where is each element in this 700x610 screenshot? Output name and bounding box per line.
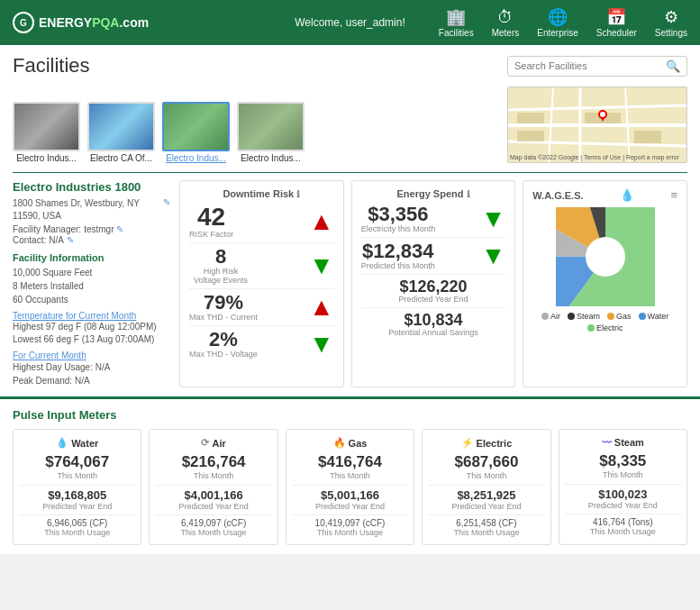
electricity-arrow: ▼ [481, 206, 506, 232]
temp-link[interactable]: Temperature for Current Month [13, 311, 170, 321]
facility-thumb-2[interactable]: Electro CA Of... [87, 102, 155, 163]
wages-card-header: W.A.G.E.S. 💧 ≡ [532, 188, 677, 202]
steam-month-value: $8,335 [565, 452, 681, 470]
svg-rect-7 [517, 113, 544, 123]
downtime-info-icon[interactable]: ℹ [296, 189, 300, 199]
logo-text: ENERGYPQA.com [39, 15, 149, 30]
air-usage-label: This Month Usage [155, 528, 271, 537]
downtime-card: Downtime Risk ℹ 42 RISK Factor ▲ 8 High … [179, 180, 344, 387]
steam-usage-value: 416,764 (Tons) [565, 517, 681, 527]
savings-label: Potential Annual Savings [361, 328, 506, 337]
pulse-air-title: ⟳ Air [155, 437, 271, 449]
thumb-label-4: Electro Indus... [241, 153, 301, 163]
thumb-label-1: Electro Indus... [16, 153, 77, 163]
pulse-water-title: 💧 Water [19, 437, 135, 449]
facility-info-section: Electro Industries 1800 1800 Shames Dr, … [13, 180, 687, 387]
savings-value: $10,834 [361, 312, 506, 328]
facility-contact-row: Contact: N/A ✎ [13, 235, 170, 245]
predicted-month-arrow: ▼ [481, 243, 506, 269]
electric-usage-label: This Month Usage [428, 528, 544, 537]
peak-demand-row: Peak Demand: N/A [13, 374, 170, 387]
gas-year-label: Predicted Year End [292, 502, 408, 511]
legend-electric: Electric [587, 323, 623, 332]
air-year-value: $4,001,166 [155, 488, 271, 502]
pulse-grid: 💧 Water $764,067 This Month $9,168,805 P… [13, 429, 687, 545]
nav-meters[interactable]: ⏱ Meters [492, 8, 520, 38]
pulse-electric-title: ⚡ Electric [428, 437, 544, 449]
predicted-year-label: Predicted Year End [361, 295, 506, 304]
risk-factor-label: RISK Factor [189, 230, 233, 239]
electric-icon: ⚡ [461, 437, 474, 449]
air-month-value: $216,764 [155, 453, 271, 471]
map-svg [508, 87, 687, 163]
risk-factor-arrow: ▲ [309, 209, 334, 234]
edit-contact-icon[interactable]: ✎ [67, 235, 74, 245]
electric-month-label: This Month [428, 471, 544, 480]
electric-month-value: $687,660 [428, 453, 544, 471]
facility-thumb-1[interactable]: Electro Indus... [13, 102, 80, 163]
max-thd-voltage-arrow: ▼ [309, 332, 334, 357]
edit-manager-icon[interactable]: ✎ [116, 224, 123, 234]
energy-card-title: Energy Spend ℹ [361, 188, 506, 199]
svg-point-13 [600, 112, 605, 117]
main-content: Facilities 🔍 Electro Indus... Electro CA… [0, 45, 700, 396]
facility-address-row: 1800 Shames Dr, Westbury, NY 11590, USA … [13, 197, 170, 223]
nav-settings[interactable]: ⚙ Settings [655, 7, 687, 38]
facility-thumb-4[interactable]: Electro Indus... [237, 102, 305, 163]
energy-spend-card: Energy Spend ℹ $3,356 Electricity this M… [351, 180, 516, 387]
wages-water-icon: 💧 [620, 188, 634, 202]
water-usage-label: This Month Usage [19, 528, 135, 537]
thumb-label-3: Electro Indus... [166, 153, 226, 163]
current-month-link[interactable]: For Current Month [13, 351, 170, 360]
nav-scheduler[interactable]: 📅 Scheduler [596, 7, 637, 38]
map-thumbnail[interactable]: Map data ©2022 Google | Terms of Use | R… [507, 86, 687, 163]
logo[interactable]: G ENERGYPQA.com [13, 12, 149, 33]
high-risk-label: High Risk Voltage Events [189, 267, 252, 285]
facility-occupants: 60 Occupants [13, 293, 170, 306]
contact-value: N/A [49, 235, 64, 245]
downtime-card-title: Downtime Risk ℹ [189, 188, 334, 199]
facility-thumbnails: Electro Indus... Electro CA Of... Electr… [13, 86, 305, 163]
page-header: Facilities 🔍 [13, 54, 687, 77]
air-year-label: Predicted Year End [155, 502, 271, 511]
search-input[interactable] [514, 60, 666, 71]
max-thd-label: Max THD - Current [189, 313, 258, 322]
facility-manager-row: Facility Manager: testmgr ✎ [13, 224, 170, 234]
page-title: Facilities [13, 54, 90, 77]
facility-name: Electro Industries 1800 [13, 180, 170, 194]
water-usage-value: 6,946,065 (CF) [19, 518, 135, 528]
pulse-gas-card: 🔥 Gas $416,764 This Month $5,001,166 Pre… [286, 429, 414, 545]
nav-enterprise[interactable]: 🌐 Enterprise [537, 7, 578, 38]
energy-info-icon[interactable]: ℹ [467, 189, 470, 199]
air-month-label: This Month [155, 471, 271, 480]
electric-usage-value: 6,251,458 (CF) [428, 518, 544, 528]
legend-water: Water [639, 312, 669, 321]
cards-area: Downtime Risk ℹ 42 RISK Factor ▲ 8 High … [179, 180, 687, 387]
wages-legend: Air Steam Gas Water [532, 312, 677, 332]
manager-value: testmgr [84, 224, 114, 234]
electricity-value: $3,356 [361, 205, 436, 224]
pulse-steam-card: 〰 Steam $8,335 This Month $100,023 Predi… [559, 429, 687, 545]
edit-address-icon[interactable]: ✎ [163, 197, 170, 207]
gas-year-value: $5,001,166 [292, 488, 408, 502]
facility-sqft: 10,000 Square Feet [13, 266, 170, 279]
facility-thumb-3[interactable]: Electro Indus... [162, 102, 230, 163]
predicted-month-value: $12,834 [361, 241, 435, 261]
air-icon: ⟳ [201, 437, 209, 449]
water-year-value: $9,168,805 [19, 488, 135, 502]
map-attribution: Map data ©2022 Google | Terms of Use | R… [510, 154, 679, 160]
svg-point-19 [586, 237, 625, 277]
steam-usage-label: This Month Usage [565, 527, 681, 536]
water-month-value: $764,067 [19, 453, 135, 471]
pulse-water-card: 💧 Water $764,067 This Month $9,168,805 P… [13, 429, 141, 545]
high-risk-value: 8 [189, 247, 252, 267]
nav-facilities[interactable]: 🏢 Facilities [439, 7, 474, 38]
pulse-air-card: ⟳ Air $216,764 This Month $4,001,166 Pre… [149, 429, 277, 545]
search-icon: 🔍 [666, 59, 680, 73]
max-thd-value: 79% [189, 293, 258, 313]
risk-factor-value: 42 [189, 205, 233, 230]
wages-chart-container [532, 207, 677, 306]
steam-year-label: Predicted Year End [565, 501, 681, 510]
predicted-year-value: $126,220 [361, 278, 506, 295]
wages-menu-icon[interactable]: ≡ [670, 188, 677, 202]
